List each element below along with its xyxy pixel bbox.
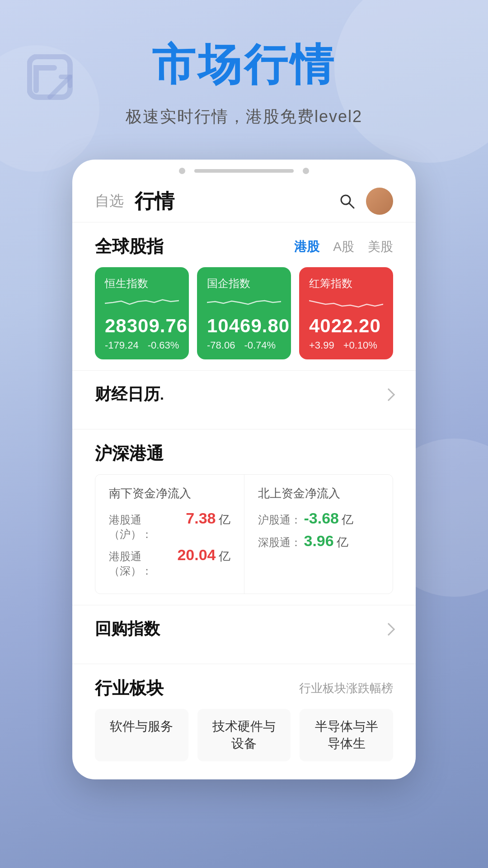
north-flow-cell: 北上资金净流入 沪股通： -3.68 亿 深股通： 3.96 亿 xyxy=(244,475,393,594)
finance-calendar-row[interactable]: 财经日历. xyxy=(72,371,416,418)
avatar-image xyxy=(366,188,393,215)
tab-us[interactable]: 美股 xyxy=(368,238,393,255)
tab-hk[interactable]: 港股 xyxy=(294,238,319,255)
card-hsi-sparkline xyxy=(105,294,179,311)
card-hcci-pct: +0.10% xyxy=(343,340,377,351)
card-hscei-name: 国企指数 xyxy=(207,276,281,291)
card-hscei-value: 10469.80 xyxy=(207,315,281,337)
hk-connect-title: 沪深港通 xyxy=(95,444,164,463)
south-value-1: 7.38 xyxy=(186,509,216,527)
north-unit-1: 亿 xyxy=(342,512,353,528)
index-card-hsi[interactable]: 恒生指数 28309.76 -179.24 -0.63% xyxy=(95,267,189,359)
card-hsi-value: 28309.76 xyxy=(105,315,179,337)
industry-section: 行业板块 行业板块涨跌幅榜 软件与服务 技术硬件与设备 半导体与半导体生 xyxy=(72,664,416,761)
card-hcci-sparkline xyxy=(309,294,383,311)
south-value-2: 20.04 xyxy=(177,546,216,564)
north-row-2: 深股通： 3.96 亿 xyxy=(258,532,380,550)
north-value-1: -3.68 xyxy=(304,509,339,527)
south-unit-1: 亿 xyxy=(219,512,230,528)
global-indices-section: 全球股指 港股 A股 美股 恒生指数 28309.76 -179.24 -0 xyxy=(72,222,416,359)
industry-col-3-label: 半导体与半导体生 xyxy=(315,719,378,750)
app-header: 自选 行情 xyxy=(72,179,416,222)
avatar[interactable] xyxy=(366,188,393,215)
hero-title: 市场行情 xyxy=(27,36,461,95)
card-hscei-pct: -0.74% xyxy=(244,340,276,351)
hero-subtitle: 极速实时行情，港股免费level2 xyxy=(27,106,461,128)
indices-header: 全球股指 港股 A股 美股 xyxy=(95,235,393,258)
card-hcci-value: 4022.20 xyxy=(309,315,383,337)
south-row-1: 港股通（沪）： 7.38 亿 xyxy=(109,509,230,542)
card-hcci-name: 红筹指数 xyxy=(309,276,383,291)
industry-col-2-label: 技术硬件与设备 xyxy=(212,719,276,750)
zixuan-label[interactable]: 自选 xyxy=(95,191,124,211)
card-hcci-change: +3.99 xyxy=(309,340,334,351)
phone-mockup: 自选 行情 全球股指 港股 A股 美股 恒生指数 xyxy=(72,160,416,779)
south-label-2: 港股通（深）： xyxy=(109,549,174,578)
hk-connect-grid: 南下资金净流入 港股通（沪）： 7.38 亿 港股通（深）： 20.04 亿 北… xyxy=(95,474,393,594)
tab-a[interactable]: A股 xyxy=(333,238,354,255)
south-flow-cell: 南下资金净流入 港股通（沪）： 7.38 亿 港股通（深）： 20.04 亿 xyxy=(95,475,244,594)
industry-subtitle: 行业板块涨跌幅榜 xyxy=(299,680,393,696)
card-hcci-changes: +3.99 +0.10% xyxy=(309,340,383,351)
card-hsi-name: 恒生指数 xyxy=(105,276,179,291)
south-heading: 南下资金净流入 xyxy=(109,486,230,501)
hero-section: 市场行情 极速实时行情，港股免费level2 xyxy=(0,0,488,146)
north-unit-2: 亿 xyxy=(337,534,348,550)
market-tabs: 港股 A股 美股 xyxy=(294,238,393,255)
search-button[interactable] xyxy=(337,191,357,211)
industry-col-2[interactable]: 技术硬件与设备 xyxy=(197,709,291,761)
buyback-row[interactable]: 回购指数 xyxy=(72,605,416,653)
north-label-1: 沪股通： xyxy=(258,513,301,527)
hk-connect-section: 沪深港通 南下资金净流入 港股通（沪）： 7.38 亿 港股通（深）： 20.0… xyxy=(72,429,416,594)
status-dot-1 xyxy=(179,168,185,174)
card-hscei-changes: -78.06 -0.74% xyxy=(207,340,281,351)
industry-col-3[interactable]: 半导体与半导体生 xyxy=(300,709,393,761)
status-dot-2 xyxy=(303,168,309,174)
card-hscei-change: -78.06 xyxy=(207,340,235,351)
card-hsi-pct: -0.63% xyxy=(148,340,179,351)
buyback-chevron-icon xyxy=(382,623,395,635)
index-card-hscei[interactable]: 国企指数 10469.80 -78.06 -0.74% xyxy=(197,267,291,359)
indices-title: 全球股指 xyxy=(95,235,164,258)
north-value-2: 3.96 xyxy=(304,532,334,550)
industry-col-1[interactable]: 软件与服务 xyxy=(95,709,188,761)
south-label-1: 港股通（沪）： xyxy=(109,513,183,542)
card-hsi-changes: -179.24 -0.63% xyxy=(105,340,179,351)
industry-col-1-label: 软件与服务 xyxy=(110,719,173,733)
svg-line-2 xyxy=(349,203,354,208)
south-row-2: 港股通（深）： 20.04 亿 xyxy=(109,546,230,578)
north-row-1: 沪股通： -3.68 亿 xyxy=(258,509,380,528)
north-heading: 北上资金净流入 xyxy=(258,486,380,501)
card-hscei-sparkline xyxy=(207,294,281,311)
card-hsi-change: -179.24 xyxy=(105,340,139,351)
south-unit-2: 亿 xyxy=(219,548,230,564)
index-cards-container: 恒生指数 28309.76 -179.24 -0.63% 国企指数 xyxy=(95,267,393,359)
status-bar xyxy=(72,160,416,179)
finance-calendar-title: 财经日历. xyxy=(95,383,380,406)
header-title: 行情 xyxy=(135,188,337,215)
status-line xyxy=(194,169,294,173)
calendar-chevron-icon xyxy=(382,388,395,401)
calendar-dot: . xyxy=(160,387,164,403)
buyback-title: 回购指数 xyxy=(95,618,380,640)
industry-title: 行业板块 xyxy=(95,677,164,700)
industry-cols: 软件与服务 技术硬件与设备 半导体与半导体生 xyxy=(95,709,393,761)
north-label-2: 深股通： xyxy=(258,535,301,550)
index-card-hcci[interactable]: 红筹指数 4022.20 +3.99 +0.10% xyxy=(299,267,393,359)
industry-header: 行业板块 行业板块涨跌幅榜 xyxy=(95,664,393,700)
